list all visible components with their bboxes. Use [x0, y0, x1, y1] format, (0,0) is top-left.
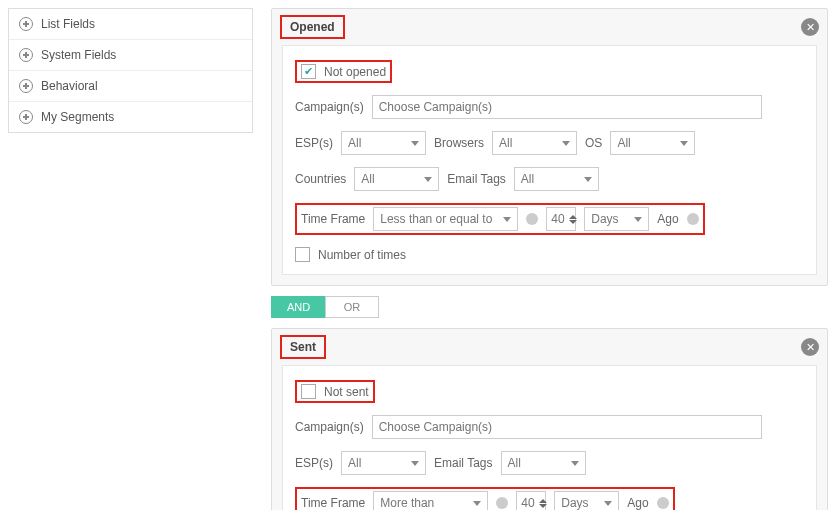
chevron-down-icon: [584, 177, 592, 182]
sidebar-item-system-fields[interactable]: System Fields: [9, 40, 252, 71]
sidebar-item-behavioral[interactable]: Behavioral: [9, 71, 252, 102]
sidebar-item-my-segments[interactable]: My Segments: [9, 102, 252, 132]
timeframe-value-input[interactable]: 40: [516, 491, 546, 510]
sidebar-item-label: System Fields: [41, 48, 116, 62]
timeframe-unit-select[interactable]: Days: [554, 491, 619, 510]
number-of-times-checkbox[interactable]: [295, 247, 310, 262]
chevron-down-icon: [411, 461, 419, 466]
emailtags-label: Email Tags: [434, 456, 492, 470]
chevron-down-icon: [604, 501, 612, 506]
number-of-times-label: Number of times: [318, 248, 406, 262]
emailtags-select[interactable]: All: [514, 167, 599, 191]
timeframe-op-select[interactable]: Less than or equal to: [373, 207, 518, 231]
campaign-label: Campaign(s): [295, 420, 364, 434]
emailtags-label: Email Tags: [447, 172, 505, 186]
rule-title: Sent: [284, 337, 322, 357]
plus-circle-icon: [19, 17, 33, 31]
not-opened-label: Not opened: [324, 65, 386, 79]
rule-header: Sent ✕: [272, 329, 827, 365]
info-dot-icon: [526, 213, 538, 225]
sidebar: List Fields System Fields Behavioral My …: [8, 8, 253, 133]
main-content: Opened ✕ Not opened Campaign(s) ESP(s) A…: [271, 8, 828, 510]
timeframe-unit-select[interactable]: Days: [584, 207, 649, 231]
os-select[interactable]: All: [610, 131, 695, 155]
countries-select[interactable]: All: [354, 167, 439, 191]
rule-body: Not opened Campaign(s) ESP(s) All Browse…: [282, 45, 817, 275]
browsers-label: Browsers: [434, 136, 484, 150]
os-label: OS: [585, 136, 602, 150]
rule-body: Not sent Campaign(s) ESP(s) All Email Ta…: [282, 365, 817, 510]
esp-label: ESP(s): [295, 136, 333, 150]
rule-card-opened: Opened ✕ Not opened Campaign(s) ESP(s) A…: [271, 8, 828, 286]
plus-circle-icon: [19, 48, 33, 62]
timeframe-label: Time Frame: [301, 496, 365, 510]
campaign-input[interactable]: [372, 415, 762, 439]
timeframe-value-input[interactable]: 40: [546, 207, 576, 231]
close-icon[interactable]: ✕: [801, 18, 819, 36]
not-sent-checkbox[interactable]: [301, 384, 316, 399]
close-icon[interactable]: ✕: [801, 338, 819, 356]
chevron-down-icon: [411, 141, 419, 146]
not-opened-checkbox[interactable]: [301, 64, 316, 79]
esp-select[interactable]: All: [341, 451, 426, 475]
sidebar-item-label: Behavioral: [41, 79, 98, 93]
sidebar-item-label: My Segments: [41, 110, 114, 124]
logic-toggle: AND OR: [271, 296, 828, 318]
countries-label: Countries: [295, 172, 346, 186]
chevron-down-icon: [634, 217, 642, 222]
spinner-icon[interactable]: [569, 215, 577, 224]
not-sent-label: Not sent: [324, 385, 369, 399]
chevron-down-icon: [571, 461, 579, 466]
browsers-select[interactable]: All: [492, 131, 577, 155]
esp-label: ESP(s): [295, 456, 333, 470]
ago-label: Ago: [627, 496, 648, 510]
campaign-input[interactable]: [372, 95, 762, 119]
chevron-down-icon: [503, 217, 511, 222]
rule-title: Opened: [284, 17, 341, 37]
info-dot-icon: [687, 213, 699, 225]
timeframe-op-select[interactable]: More than: [373, 491, 488, 510]
chevron-down-icon: [424, 177, 432, 182]
esp-select[interactable]: All: [341, 131, 426, 155]
spinner-icon[interactable]: [539, 499, 547, 508]
chevron-down-icon: [562, 141, 570, 146]
info-dot-icon: [657, 497, 669, 509]
and-button[interactable]: AND: [271, 296, 325, 318]
ago-label: Ago: [657, 212, 678, 226]
rule-card-sent: Sent ✕ Not sent Campaign(s) ESP(s) All: [271, 328, 828, 510]
chevron-down-icon: [473, 501, 481, 506]
sidebar-item-list-fields[interactable]: List Fields: [9, 9, 252, 40]
chevron-down-icon: [680, 141, 688, 146]
sidebar-item-label: List Fields: [41, 17, 95, 31]
or-button[interactable]: OR: [325, 296, 379, 318]
campaign-label: Campaign(s): [295, 100, 364, 114]
emailtags-select[interactable]: All: [501, 451, 586, 475]
rule-header: Opened ✕: [272, 9, 827, 45]
plus-circle-icon: [19, 110, 33, 124]
timeframe-label: Time Frame: [301, 212, 365, 226]
info-dot-icon: [496, 497, 508, 509]
plus-circle-icon: [19, 79, 33, 93]
